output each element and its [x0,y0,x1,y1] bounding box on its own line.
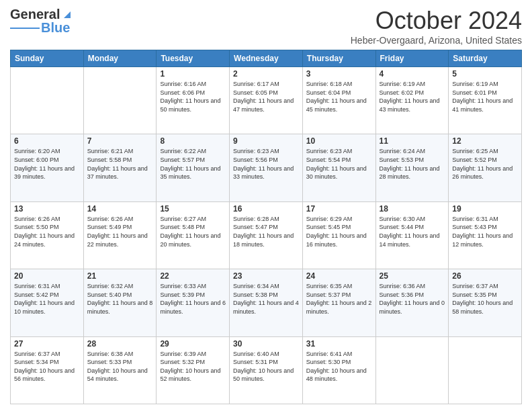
day-info: Sunrise: 6:16 AM Sunset: 6:06 PM Dayligh… [160,80,226,113]
calendar-cell: 26Sunrise: 6:37 AM Sunset: 5:35 PM Dayli… [449,269,522,336]
col-tuesday: Tuesday [157,50,230,67]
calendar-cell: 30Sunrise: 6:40 AM Sunset: 5:31 PM Dayli… [230,336,303,404]
col-thursday: Thursday [302,50,375,67]
calendar-cell: 6Sunrise: 6:20 AM Sunset: 6:00 PM Daylig… [11,134,84,201]
day-number: 18 [380,204,445,214]
calendar-cell: 10Sunrise: 6:23 AM Sunset: 5:54 PM Dayli… [302,134,375,201]
month-title: October 2024 [351,7,522,35]
day-number: 17 [306,204,372,214]
col-monday: Monday [83,50,157,67]
day-number: 6 [14,136,80,146]
day-number: 24 [306,271,372,281]
day-number: 19 [452,204,518,214]
day-info: Sunrise: 6:37 AM Sunset: 5:34 PM Dayligh… [14,350,80,383]
day-number: 14 [87,204,153,214]
day-number: 5 [452,69,518,79]
calendar-table: Sunday Monday Tuesday Wednesday Thursday… [10,50,522,404]
col-saturday: Saturday [449,50,522,67]
day-info: Sunrise: 6:38 AM Sunset: 5:33 PM Dayligh… [87,350,153,383]
logo-triangle-icon [61,9,73,21]
calendar-cell: 14Sunrise: 6:26 AM Sunset: 5:49 PM Dayli… [83,201,157,269]
logo-blue: Blue [41,20,70,36]
calendar-week-5: 27Sunrise: 6:37 AM Sunset: 5:34 PM Dayli… [11,336,522,404]
day-number: 22 [160,271,226,281]
day-info: Sunrise: 6:19 AM Sunset: 6:02 PM Dayligh… [380,80,445,113]
day-info: Sunrise: 6:21 AM Sunset: 5:58 PM Dayligh… [87,147,153,181]
calendar-week-4: 20Sunrise: 6:31 AM Sunset: 5:42 PM Dayli… [11,269,522,336]
day-number: 4 [380,69,445,79]
calendar-cell: 21Sunrise: 6:32 AM Sunset: 5:40 PM Dayli… [83,269,157,336]
day-number: 25 [380,271,445,281]
calendar-cell: 9Sunrise: 6:23 AM Sunset: 5:56 PM Daylig… [230,134,303,201]
calendar-cell: 27Sunrise: 6:37 AM Sunset: 5:34 PM Dayli… [11,336,84,404]
col-wednesday: Wednesday [230,50,303,67]
day-info: Sunrise: 6:37 AM Sunset: 5:35 PM Dayligh… [452,282,518,316]
day-info: Sunrise: 6:25 AM Sunset: 5:52 PM Dayligh… [452,147,518,181]
day-info: Sunrise: 6:34 AM Sunset: 5:38 PM Dayligh… [233,282,299,316]
calendar-cell [83,67,157,134]
day-info: Sunrise: 6:20 AM Sunset: 6:00 PM Dayligh… [14,147,80,181]
calendar-cell [375,336,449,404]
day-number: 30 [233,339,299,349]
day-number: 8 [160,136,226,146]
day-info: Sunrise: 6:23 AM Sunset: 5:54 PM Dayligh… [306,147,372,181]
calendar-cell: 24Sunrise: 6:35 AM Sunset: 5:37 PM Dayli… [302,269,375,336]
calendar-cell: 31Sunrise: 6:41 AM Sunset: 5:30 PM Dayli… [302,336,375,404]
calendar-cell [449,336,522,404]
day-number: 11 [380,136,445,146]
day-info: Sunrise: 6:26 AM Sunset: 5:50 PM Dayligh… [14,215,80,248]
logo: General Blue [10,7,73,36]
calendar-cell: 16Sunrise: 6:28 AM Sunset: 5:47 PM Dayli… [230,201,303,269]
day-number: 9 [233,136,299,146]
calendar-cell: 3Sunrise: 6:18 AM Sunset: 6:04 PM Daylig… [302,67,375,134]
calendar-cell: 12Sunrise: 6:25 AM Sunset: 5:52 PM Dayli… [449,134,522,201]
day-info: Sunrise: 6:36 AM Sunset: 5:36 PM Dayligh… [380,282,445,316]
calendar-cell: 19Sunrise: 6:31 AM Sunset: 5:43 PM Dayli… [449,201,522,269]
day-info: Sunrise: 6:22 AM Sunset: 5:57 PM Dayligh… [160,147,226,181]
day-info: Sunrise: 6:39 AM Sunset: 5:32 PM Dayligh… [160,350,226,383]
header-row: Sunday Monday Tuesday Wednesday Thursday… [11,50,522,67]
calendar-week-3: 13Sunrise: 6:26 AM Sunset: 5:50 PM Dayli… [11,201,522,269]
calendar-cell: 8Sunrise: 6:22 AM Sunset: 5:57 PM Daylig… [157,134,230,201]
calendar-cell: 15Sunrise: 6:27 AM Sunset: 5:48 PM Dayli… [157,201,230,269]
calendar-cell: 25Sunrise: 6:36 AM Sunset: 5:36 PM Dayli… [375,269,449,336]
title-section: October 2024 Heber-Overgaard, Arizona, U… [351,7,522,46]
calendar-week-1: 1Sunrise: 6:16 AM Sunset: 6:06 PM Daylig… [11,67,522,134]
calendar-cell: 20Sunrise: 6:31 AM Sunset: 5:42 PM Dayli… [11,269,84,336]
col-friday: Friday [375,50,449,67]
day-number: 13 [14,204,80,214]
day-number: 21 [87,271,153,281]
calendar-cell: 4Sunrise: 6:19 AM Sunset: 6:02 PM Daylig… [375,67,449,134]
day-info: Sunrise: 6:19 AM Sunset: 6:01 PM Dayligh… [452,80,518,113]
day-number: 26 [452,271,518,281]
day-number: 20 [14,271,80,281]
day-number: 15 [160,204,226,214]
calendar-cell: 11Sunrise: 6:24 AM Sunset: 5:53 PM Dayli… [375,134,449,201]
calendar-cell: 18Sunrise: 6:30 AM Sunset: 5:44 PM Dayli… [375,201,449,269]
calendar-cell: 28Sunrise: 6:38 AM Sunset: 5:33 PM Dayli… [83,336,157,404]
day-number: 12 [452,136,518,146]
day-number: 27 [14,339,80,349]
calendar-cell: 13Sunrise: 6:26 AM Sunset: 5:50 PM Dayli… [11,201,84,269]
day-info: Sunrise: 6:29 AM Sunset: 5:45 PM Dayligh… [306,215,372,248]
day-info: Sunrise: 6:41 AM Sunset: 5:30 PM Dayligh… [306,350,372,383]
calendar-cell: 22Sunrise: 6:33 AM Sunset: 5:39 PM Dayli… [157,269,230,336]
day-info: Sunrise: 6:17 AM Sunset: 6:05 PM Dayligh… [233,80,299,113]
day-number: 29 [160,339,226,349]
day-info: Sunrise: 6:18 AM Sunset: 6:04 PM Dayligh… [306,80,372,113]
day-number: 10 [306,136,372,146]
calendar-cell: 1Sunrise: 6:16 AM Sunset: 6:06 PM Daylig… [157,67,230,134]
location: Heber-Overgaard, Arizona, United States [351,35,522,46]
day-number: 3 [306,69,372,79]
calendar-cell: 7Sunrise: 6:21 AM Sunset: 5:58 PM Daylig… [83,134,157,201]
svg-marker-0 [64,11,71,18]
day-info: Sunrise: 6:40 AM Sunset: 5:31 PM Dayligh… [233,350,299,383]
day-info: Sunrise: 6:26 AM Sunset: 5:49 PM Dayligh… [87,215,153,248]
day-number: 31 [306,339,372,349]
day-info: Sunrise: 6:24 AM Sunset: 5:53 PM Dayligh… [380,147,445,181]
calendar-cell: 5Sunrise: 6:19 AM Sunset: 6:01 PM Daylig… [449,67,522,134]
day-number: 1 [160,69,226,79]
day-info: Sunrise: 6:28 AM Sunset: 5:47 PM Dayligh… [233,215,299,248]
day-number: 16 [233,204,299,214]
day-info: Sunrise: 6:27 AM Sunset: 5:48 PM Dayligh… [160,215,226,248]
